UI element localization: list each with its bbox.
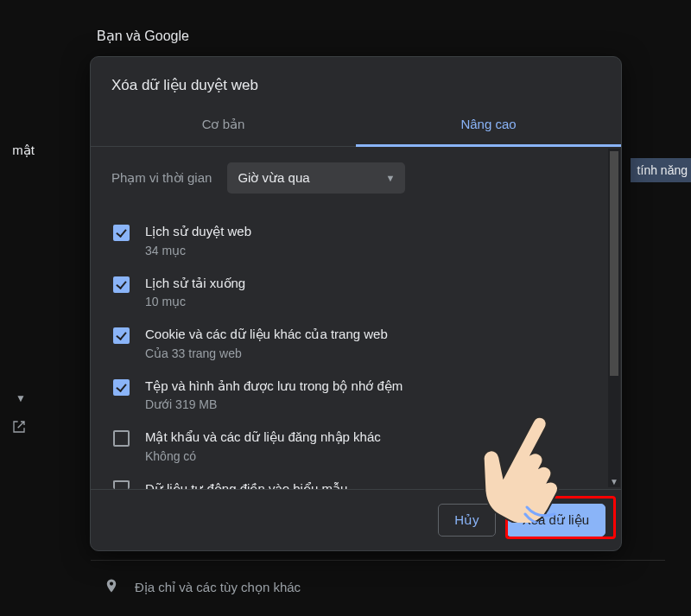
list-item: Lịch sử duyệt web 34 mục: [111, 214, 609, 266]
list-item: Dữ liệu tự động điền vào biểu mẫu: [111, 472, 609, 490]
dialog-footer: Hủy Xóa dữ liệu: [91, 489, 621, 550]
item-subtitle: 10 mục: [145, 295, 585, 308]
item-subtitle: Dưới 319 MB: [145, 397, 585, 411]
scroll-down-icon[interactable]: ▼: [610, 477, 618, 486]
clear-browsing-data-dialog: Xóa dữ liệu duyệt web Cơ bản Nâng cao ▼ …: [90, 56, 622, 551]
dialog-tabs: Cơ bản Nâng cao: [91, 105, 621, 147]
item-subtitle: Không có: [145, 449, 585, 463]
checkbox-passwords[interactable]: [113, 430, 130, 447]
item-title: Tệp và hình ảnh được lưu trong bộ nhớ đệ…: [145, 378, 585, 395]
time-range-label: Phạm vi thời gian: [111, 170, 212, 186]
item-title: Lịch sử duyệt web: [145, 223, 585, 240]
list-item: Cookie và các dữ liệu khác của trang web…: [111, 317, 609, 369]
open-in-new-icon[interactable]: [12, 420, 26, 437]
checkbox-cached-images[interactable]: [113, 379, 130, 396]
dialog-title: Xóa dữ liệu duyệt web: [91, 57, 621, 105]
item-title: Lịch sử tải xuống: [145, 275, 585, 292]
chevron-down-icon[interactable]: ▼: [16, 392, 26, 404]
list-item: Mật khẩu và các dữ liệu đăng nhập khác K…: [111, 420, 609, 472]
item-subtitle: Của 33 trang web: [145, 346, 585, 360]
bottom-row[interactable]: Địa chỉ và các tùy chọn khác: [104, 578, 301, 597]
clear-data-button[interactable]: Xóa dữ liệu: [506, 504, 605, 537]
time-range-row: Phạm vi thời gian Giờ vừa qua ▼: [111, 162, 609, 194]
cancel-button[interactable]: Hủy: [438, 504, 495, 537]
item-title: Dữ liệu tự động điền vào biểu mẫu: [145, 480, 585, 490]
feature-chip-truncated: tính năng: [631, 158, 691, 182]
divider: [91, 560, 665, 561]
tab-advanced[interactable]: Nâng cao: [356, 105, 621, 147]
checkbox-autofill[interactable]: [113, 480, 130, 489]
checkbox-cookies[interactable]: [113, 327, 130, 344]
item-subtitle: 34 mục: [145, 244, 585, 257]
checkbox-browsing-history[interactable]: [113, 225, 130, 241]
time-range-select[interactable]: Giờ vừa qua ▼: [227, 162, 405, 194]
dialog-body: ▼ Phạm vi thời gian Giờ vừa qua ▼ Lịch s…: [91, 147, 621, 489]
scrollbar-thumb[interactable]: [610, 151, 618, 376]
tab-basic[interactable]: Cơ bản: [91, 105, 356, 146]
item-title: Cookie và các dữ liệu khác của trang web: [145, 326, 585, 343]
list-item: Lịch sử tải xuống 10 mục: [111, 266, 609, 318]
location-pin-icon: [104, 578, 119, 597]
page-title-background: Bạn và Google: [97, 28, 189, 44]
sidebar-text-truncated: mật: [0, 143, 35, 158]
item-title: Mật khẩu và các dữ liệu đăng nhập khác: [145, 429, 585, 446]
scrollbar-track[interactable]: ▼: [608, 149, 620, 487]
time-range-value: Giờ vừa qua: [238, 170, 309, 186]
caret-down-icon: ▼: [386, 173, 396, 183]
bottom-row-label: Địa chỉ và các tùy chọn khác: [135, 580, 301, 595]
checkbox-download-history[interactable]: [113, 276, 130, 293]
list-item: Tệp và hình ảnh được lưu trong bộ nhớ đệ…: [111, 369, 609, 421]
